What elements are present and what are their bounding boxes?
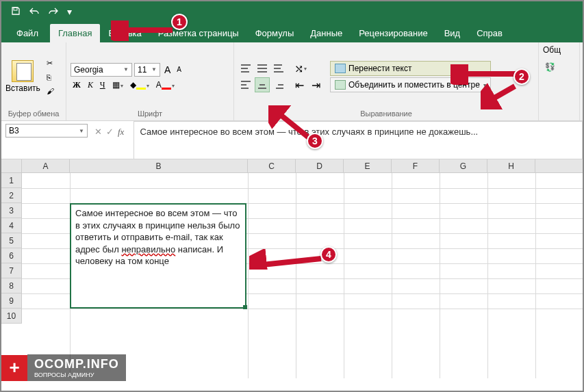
row-header[interactable]: 9	[1, 293, 22, 309]
copy-icon[interactable]: ⎘	[45, 72, 55, 83]
increase-font-icon[interactable]: A	[162, 64, 173, 76]
row-header[interactable]: 4	[1, 218, 22, 233]
fill-handle[interactable]	[243, 305, 247, 309]
align-left-icon[interactable]	[238, 77, 253, 92]
redo-icon[interactable]	[44, 5, 63, 18]
col-header-C[interactable]: C	[248, 159, 296, 172]
bold-button[interactable]: Ж	[71, 79, 83, 91]
row-header[interactable]: 5	[1, 233, 22, 248]
qat-customize-icon[interactable]: ▾	[63, 5, 76, 18]
col-header-B[interactable]: B	[70, 159, 248, 172]
italic-button[interactable]: К	[86, 79, 95, 91]
tab-home[interactable]: Главная	[50, 24, 100, 42]
row-header[interactable]: 3	[1, 203, 22, 218]
tab-review[interactable]: Рецензирование	[351, 24, 435, 42]
group-number: Общ 💱	[539, 42, 580, 120]
fill-color-icon[interactable]: ◆▾	[128, 79, 151, 90]
fx-icon[interactable]: fx	[118, 127, 124, 138]
callout-3: 3	[307, 133, 323, 149]
borders-icon[interactable]: ▦▾	[110, 79, 125, 90]
tab-data[interactable]: Данные	[302, 24, 351, 42]
tab-file[interactable]: Файл	[8, 24, 47, 42]
cut-icon[interactable]: ✂	[45, 57, 55, 69]
col-header-F[interactable]: F	[392, 159, 440, 172]
row-header[interactable]: 8	[1, 278, 22, 293]
name-box[interactable]: B3▼	[5, 124, 88, 138]
callout-1: 1	[171, 14, 188, 30]
format-painter-icon[interactable]: 🖌	[45, 86, 55, 96]
watermark-logo: + OCOMP.INFOВОПРОСЫ АДМИНУ	[1, 354, 126, 381]
accounting-format-icon[interactable]: 💱	[543, 62, 557, 73]
paste-icon[interactable]	[12, 60, 34, 82]
ribbon-tabs: Файл Главная Вставка Разметка страницы Ф…	[1, 22, 583, 42]
col-header-G[interactable]: G	[440, 159, 487, 172]
align-center-icon[interactable]	[255, 77, 270, 92]
font-color-icon[interactable]: A▾	[154, 79, 177, 90]
group-clipboard: Вставить ✂ ⎘ 🖌 Буфер обмена	[1, 42, 66, 120]
cancel-formula-icon[interactable]: ✕	[94, 127, 102, 138]
row-header[interactable]: 10	[1, 309, 22, 324]
align-middle-icon[interactable]	[255, 61, 270, 76]
paste-button[interactable]: Вставить	[5, 83, 40, 93]
font-size-combo[interactable]: 11▼	[134, 63, 160, 77]
row-header[interactable]: 7	[1, 263, 22, 278]
group-font: Georgia▼ 11▼ A A Ж К Ч ▦▾ ◆▾ A▾ Шрифт	[66, 42, 234, 120]
formula-bar[interactable]: Самое интересное во всем этом — что в эт…	[134, 121, 583, 159]
col-header-A[interactable]: A	[22, 159, 70, 172]
merge-icon	[335, 80, 346, 90]
undo-icon[interactable]	[25, 5, 44, 18]
row-header[interactable]: 2	[1, 188, 22, 203]
callout-4: 4	[320, 246, 337, 263]
underline-button[interactable]: Ч	[98, 79, 107, 91]
number-format-combo[interactable]: Общ	[543, 45, 561, 55]
plus-icon: +	[1, 355, 27, 381]
decrease-font-icon[interactable]: A	[175, 65, 183, 74]
callout-2: 2	[513, 68, 530, 85]
select-all-corner[interactable]	[1, 159, 22, 172]
tab-view[interactable]: Вид	[436, 24, 469, 42]
col-header-E[interactable]: E	[344, 159, 392, 172]
wrap-text-icon	[335, 64, 346, 73]
align-top-icon[interactable]	[238, 61, 253, 76]
tab-formulas[interactable]: Формулы	[247, 24, 303, 42]
col-header-D[interactable]: D	[296, 159, 344, 172]
decrease-indent-icon[interactable]: ⇤	[292, 77, 307, 92]
quick-access-toolbar: ▾	[1, 1, 583, 22]
row-header[interactable]: 1	[1, 173, 22, 188]
row-header[interactable]: 6	[1, 248, 22, 263]
increase-indent-icon[interactable]: ⇥	[308, 77, 323, 92]
font-name-combo[interactable]: Georgia▼	[71, 63, 132, 77]
col-header-H[interactable]: H	[487, 159, 535, 172]
tab-help[interactable]: Справ	[468, 24, 511, 42]
group-label-font: Шрифт	[71, 108, 229, 119]
align-bottom-icon[interactable]	[271, 61, 286, 76]
group-label-clipboard: Буфер обмена	[5, 108, 62, 119]
enter-formula-icon[interactable]: ✓	[106, 127, 114, 138]
active-cell[interactable]: Самое интересное во всем этом — что в эт…	[70, 203, 246, 309]
cell-text-misspell: неправильно	[121, 244, 175, 254]
align-right-icon[interactable]	[271, 77, 286, 92]
save-icon[interactable]	[7, 5, 25, 19]
orientation-icon[interactable]: ⤭▾	[292, 61, 309, 76]
